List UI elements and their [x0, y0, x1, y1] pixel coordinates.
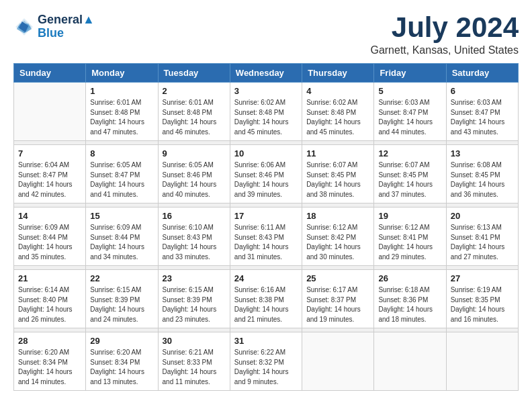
day-info: Sunrise: 6:07 AMSunset: 8:45 PMDaylight:… [378, 161, 441, 199]
calendar-cell: 22Sunrise: 6:15 AMSunset: 8:39 PMDayligh… [86, 270, 158, 328]
calendar-cell [446, 332, 518, 391]
day-info: Sunrise: 6:05 AMSunset: 8:47 PMDaylight:… [90, 161, 153, 199]
calendar-table: SundayMondayTuesdayWednesdayThursdayFrid… [13, 63, 519, 391]
calendar-week-4: 21Sunrise: 6:14 AMSunset: 8:40 PMDayligh… [14, 270, 519, 328]
day-number: 5 [378, 86, 441, 96]
calendar-cell: 5Sunrise: 6:03 AMSunset: 8:47 PMDaylight… [374, 83, 446, 141]
logo-icon [13, 16, 35, 38]
day-number: 3 [234, 86, 298, 96]
day-number: 14 [18, 211, 81, 221]
weekday-header-tuesday: Tuesday [158, 64, 230, 83]
calendar-cell: 19Sunrise: 6:12 AMSunset: 8:41 PMDayligh… [374, 208, 446, 266]
day-number: 23 [163, 273, 226, 283]
calendar-cell: 17Sunrise: 6:11 AMSunset: 8:43 PMDayligh… [230, 208, 302, 266]
weekday-header-sunday: Sunday [14, 64, 86, 83]
calendar-cell [374, 332, 446, 391]
day-number: 27 [451, 273, 514, 283]
day-info: Sunrise: 6:15 AMSunset: 8:39 PMDaylight:… [90, 285, 153, 324]
calendar-cell: 23Sunrise: 6:15 AMSunset: 8:39 PMDayligh… [158, 270, 230, 328]
calendar-cell: 12Sunrise: 6:07 AMSunset: 8:45 PMDayligh… [374, 145, 446, 203]
weekday-header-saturday: Saturday [446, 64, 518, 83]
day-info: Sunrise: 6:21 AMSunset: 8:33 PMDaylight:… [163, 348, 226, 387]
day-info: Sunrise: 6:11 AMSunset: 8:43 PMDaylight:… [234, 223, 298, 262]
day-number: 9 [163, 148, 226, 158]
day-number: 12 [378, 148, 441, 158]
day-number: 22 [90, 273, 153, 283]
calendar-cell: 18Sunrise: 6:12 AMSunset: 8:42 PMDayligh… [302, 208, 374, 266]
day-number: 20 [451, 211, 514, 221]
calendar-cell: 6Sunrise: 6:03 AMSunset: 8:47 PMDaylight… [446, 83, 518, 141]
day-info: Sunrise: 6:09 AMSunset: 8:44 PMDaylight:… [90, 223, 153, 262]
day-number: 29 [90, 336, 153, 346]
calendar-cell: 26Sunrise: 6:18 AMSunset: 8:36 PMDayligh… [374, 270, 446, 328]
day-info: Sunrise: 6:07 AMSunset: 8:45 PMDaylight:… [306, 161, 369, 199]
calendar-cell: 29Sunrise: 6:20 AMSunset: 8:34 PMDayligh… [86, 332, 158, 391]
day-info: Sunrise: 6:03 AMSunset: 8:47 PMDaylight:… [378, 98, 441, 137]
day-number: 19 [378, 211, 441, 221]
calendar-cell: 8Sunrise: 6:05 AMSunset: 8:47 PMDaylight… [86, 145, 158, 203]
day-number: 31 [234, 336, 298, 346]
day-info: Sunrise: 6:01 AMSunset: 8:48 PMDaylight:… [163, 98, 226, 137]
day-info: Sunrise: 6:02 AMSunset: 8:48 PMDaylight:… [234, 98, 298, 137]
day-number: 16 [163, 211, 226, 221]
calendar-cell: 9Sunrise: 6:05 AMSunset: 8:46 PMDaylight… [158, 145, 230, 203]
day-info: Sunrise: 6:19 AMSunset: 8:35 PMDaylight:… [451, 285, 514, 324]
day-number: 28 [18, 336, 81, 346]
day-info: Sunrise: 6:03 AMSunset: 8:47 PMDaylight:… [451, 98, 514, 137]
calendar-week-3: 14Sunrise: 6:09 AMSunset: 8:44 PMDayligh… [14, 208, 519, 266]
day-number: 4 [306, 86, 369, 96]
weekday-header-wednesday: Wednesday [230, 64, 302, 83]
day-info: Sunrise: 6:20 AMSunset: 8:34 PMDaylight:… [90, 348, 153, 387]
day-number: 2 [163, 86, 226, 96]
calendar-cell: 11Sunrise: 6:07 AMSunset: 8:45 PMDayligh… [302, 145, 374, 203]
calendar-cell: 21Sunrise: 6:14 AMSunset: 8:40 PMDayligh… [14, 270, 86, 328]
calendar-cell: 16Sunrise: 6:10 AMSunset: 8:43 PMDayligh… [158, 208, 230, 266]
day-number: 26 [378, 273, 441, 283]
day-number: 10 [234, 148, 298, 158]
month-title: July 2024 [370, 13, 519, 42]
calendar-cell: 4Sunrise: 6:02 AMSunset: 8:48 PMDaylight… [302, 83, 374, 141]
day-info: Sunrise: 6:09 AMSunset: 8:44 PMDaylight:… [18, 223, 81, 262]
day-number: 8 [90, 148, 153, 158]
calendar-cell: 30Sunrise: 6:21 AMSunset: 8:33 PMDayligh… [158, 332, 230, 391]
day-number: 18 [306, 211, 369, 221]
calendar-cell: 10Sunrise: 6:06 AMSunset: 8:46 PMDayligh… [230, 145, 302, 203]
day-info: Sunrise: 6:01 AMSunset: 8:48 PMDaylight:… [90, 98, 153, 137]
day-number: 6 [451, 86, 514, 96]
day-number: 11 [306, 148, 369, 158]
calendar-cell: 1Sunrise: 6:01 AMSunset: 8:48 PMDaylight… [86, 83, 158, 141]
day-info: Sunrise: 6:12 AMSunset: 8:41 PMDaylight:… [378, 223, 441, 262]
day-info: Sunrise: 6:13 AMSunset: 8:41 PMDaylight:… [451, 223, 514, 262]
calendar-cell [302, 332, 374, 391]
day-info: Sunrise: 6:02 AMSunset: 8:48 PMDaylight:… [306, 98, 369, 137]
calendar-cell: 14Sunrise: 6:09 AMSunset: 8:44 PMDayligh… [14, 208, 86, 266]
calendar-cell: 25Sunrise: 6:17 AMSunset: 8:37 PMDayligh… [302, 270, 374, 328]
day-number: 7 [18, 148, 81, 158]
day-number: 30 [163, 336, 226, 346]
day-info: Sunrise: 6:20 AMSunset: 8:34 PMDaylight:… [18, 348, 81, 387]
calendar-cell: 2Sunrise: 6:01 AMSunset: 8:48 PMDaylight… [158, 83, 230, 141]
page-header: General▲ Blue July 2024 Garnett, Kansas,… [13, 13, 519, 56]
day-info: Sunrise: 6:22 AMSunset: 8:32 PMDaylight:… [234, 348, 298, 387]
weekday-header-friday: Friday [374, 64, 446, 83]
calendar-cell [14, 83, 86, 141]
day-number: 25 [306, 273, 369, 283]
weekday-header-thursday: Thursday [302, 64, 374, 83]
location-title: Garnett, Kansas, United States [370, 44, 519, 56]
day-info: Sunrise: 6:16 AMSunset: 8:38 PMDaylight:… [234, 285, 298, 324]
day-info: Sunrise: 6:12 AMSunset: 8:42 PMDaylight:… [306, 223, 369, 262]
day-info: Sunrise: 6:17 AMSunset: 8:37 PMDaylight:… [306, 285, 369, 324]
calendar-week-1: 1Sunrise: 6:01 AMSunset: 8:48 PMDaylight… [14, 83, 519, 141]
calendar-cell: 13Sunrise: 6:08 AMSunset: 8:45 PMDayligh… [446, 145, 518, 203]
day-number: 1 [90, 86, 153, 96]
day-number: 21 [18, 273, 81, 283]
day-info: Sunrise: 6:05 AMSunset: 8:46 PMDaylight:… [163, 161, 226, 199]
calendar-cell: 24Sunrise: 6:16 AMSunset: 8:38 PMDayligh… [230, 270, 302, 328]
calendar-cell: 7Sunrise: 6:04 AMSunset: 8:47 PMDaylight… [14, 145, 86, 203]
day-number: 17 [234, 211, 298, 221]
day-number: 24 [234, 273, 298, 283]
calendar-cell: 28Sunrise: 6:20 AMSunset: 8:34 PMDayligh… [14, 332, 86, 391]
calendar-week-5: 28Sunrise: 6:20 AMSunset: 8:34 PMDayligh… [14, 332, 519, 391]
day-info: Sunrise: 6:18 AMSunset: 8:36 PMDaylight:… [378, 285, 441, 324]
logo: General▲ Blue [13, 13, 95, 40]
